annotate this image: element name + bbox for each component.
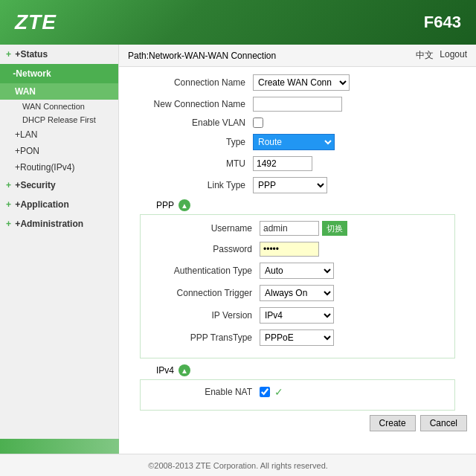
- type-label: Type: [134, 137, 253, 147]
- new-connection-name-input[interactable]: [253, 97, 342, 112]
- conn-trigger-select[interactable]: Always On: [260, 285, 334, 301]
- content-area: Path:Network-WAN-WAN Connection 中文 Logou…: [119, 45, 476, 446]
- form-area: Connection Name Create WAN Conn New Conn…: [119, 67, 476, 421]
- sidebar-item-lan[interactable]: +LAN: [0, 126, 118, 143]
- sidebar-item-security[interactable]: +Security: [0, 176, 118, 195]
- type-row: Type Route: [134, 134, 461, 150]
- sidebar-item-routing[interactable]: +Routing(IPv4): [0, 159, 118, 176]
- password-row: Password: [141, 242, 454, 257]
- link-type-select[interactable]: PPP: [253, 177, 327, 193]
- type-control: Route: [253, 134, 335, 150]
- form-body: Connection Name Create WAN Conn New Conn…: [119, 67, 476, 446]
- conn-trigger-row: Connection Trigger Always On: [141, 285, 454, 301]
- link-type-control: PPP: [253, 177, 327, 193]
- auth-type-select[interactable]: Auto: [260, 263, 334, 279]
- ipv4-section-box: Enable NAT ✓: [140, 379, 455, 411]
- footer-text: ©2008-2013 ZTE Corporation. All rights r…: [148, 461, 328, 470]
- bottom-buttons: Create Cancel: [119, 411, 476, 436]
- password-input[interactable]: [260, 242, 319, 257]
- header-links: 中文 Logout: [416, 49, 467, 62]
- header: ZTE F643: [0, 0, 476, 45]
- sidebar: +Status -Network WAN WAN Connection DHCP…: [0, 45, 119, 446]
- connection-name-select[interactable]: Create WAN Conn: [253, 74, 350, 91]
- ppp-transtype-label: PPP TransType: [141, 332, 260, 343]
- cancel-button[interactable]: Cancel: [420, 415, 467, 431]
- conn-trigger-label: Connection Trigger: [141, 288, 260, 298]
- enable-nat-control: ✓: [260, 386, 283, 398]
- mtu-label: MTU: [134, 158, 253, 169]
- ppp-transtype-select[interactable]: PPPoE: [260, 329, 334, 346]
- content-header: Path:Network-WAN-WAN Connection 中文 Logou…: [119, 45, 476, 67]
- connection-name-row: Connection Name Create WAN Conn: [134, 74, 461, 91]
- sidebar-item-pon[interactable]: +PON: [0, 143, 118, 159]
- username-control: 切换: [260, 221, 347, 236]
- auth-type-label: Authentication Type: [141, 266, 260, 276]
- main-layout: +Status -Network WAN WAN Connection DHCP…: [0, 45, 476, 446]
- nat-checkmark: ✓: [274, 386, 283, 398]
- type-select[interactable]: Route: [253, 134, 335, 150]
- sidebar-item-dhcp-release[interactable]: DHCP Release First: [0, 113, 118, 126]
- ppp-transtype-row: PPP TransType PPPoE: [141, 329, 454, 346]
- switch-button[interactable]: 切换: [322, 221, 347, 236]
- username-label: Username: [141, 223, 260, 234]
- username-input[interactable]: [260, 221, 319, 236]
- enable-vlan-control: [253, 118, 263, 128]
- breadcrumb: Path:Network-WAN-WAN Connection: [128, 51, 276, 61]
- model: F643: [424, 13, 461, 32]
- auth-type-row: Authentication Type Auto: [141, 263, 454, 279]
- new-connection-name-label: New Connection Name: [134, 99, 253, 109]
- ip-version-control: IPv4: [260, 307, 334, 324]
- password-control: [260, 242, 319, 257]
- enable-nat-label: Enable NAT: [141, 387, 260, 397]
- logout-link[interactable]: Logout: [440, 49, 467, 62]
- logo: ZTE: [15, 10, 57, 34]
- mtu-input[interactable]: [253, 156, 312, 171]
- enable-nat-row: Enable NAT ✓: [141, 386, 454, 398]
- sidebar-decoration: [0, 439, 119, 454]
- sidebar-item-network[interactable]: -Network: [0, 64, 118, 83]
- enable-vlan-label: Enable VLAN: [134, 118, 253, 128]
- ip-version-row: IP Version IPv4: [141, 307, 454, 324]
- new-connection-name-row: New Connection Name: [134, 97, 461, 112]
- sidebar-item-application[interactable]: +Application: [0, 195, 118, 214]
- ppp-collapse-icon[interactable]: ▲: [178, 199, 190, 211]
- ppp-transtype-control: PPPoE: [260, 329, 334, 346]
- link-type-label: Link Type: [134, 180, 253, 190]
- link-type-row: Link Type PPP: [134, 177, 461, 193]
- sidebar-item-wan[interactable]: WAN: [0, 83, 118, 100]
- sidebar-item-status[interactable]: +Status: [0, 45, 118, 64]
- footer: ©2008-2013 ZTE Corporation. All rights r…: [0, 454, 476, 476]
- conn-trigger-control: Always On: [260, 285, 334, 301]
- password-label: Password: [141, 244, 260, 254]
- ip-version-label: IP Version: [141, 310, 260, 321]
- enable-nat-checkbox[interactable]: [260, 387, 270, 397]
- mtu-row: MTU: [134, 156, 461, 171]
- new-connection-name-control: [253, 97, 342, 112]
- ppp-label: PPP: [134, 200, 178, 210]
- sidebar-item-wan-connection[interactable]: WAN Connection: [0, 100, 118, 113]
- connection-name-label: Connection Name: [134, 77, 253, 88]
- ip-version-select[interactable]: IPv4: [260, 307, 334, 324]
- enable-vlan-row: Enable VLAN: [134, 118, 461, 128]
- mtu-control: [253, 156, 312, 171]
- enable-vlan-checkbox[interactable]: [253, 118, 263, 128]
- ipv4-collapse-icon[interactable]: ▲: [178, 364, 190, 376]
- auth-type-control: Auto: [260, 263, 334, 279]
- ppp-section-box: Username 切换 Password: [140, 214, 455, 358]
- connection-name-control: Create WAN Conn: [253, 74, 350, 91]
- sidebar-item-administration[interactable]: +Administration: [0, 214, 118, 234]
- ipv4-label: IPv4: [134, 365, 178, 376]
- ppp-section-header: PPP ▲: [134, 199, 461, 211]
- ipv4-section-header: IPv4 ▲: [134, 364, 461, 376]
- lang-link[interactable]: 中文: [416, 49, 434, 62]
- create-button[interactable]: Create: [370, 415, 416, 431]
- username-row: Username 切换: [141, 221, 454, 236]
